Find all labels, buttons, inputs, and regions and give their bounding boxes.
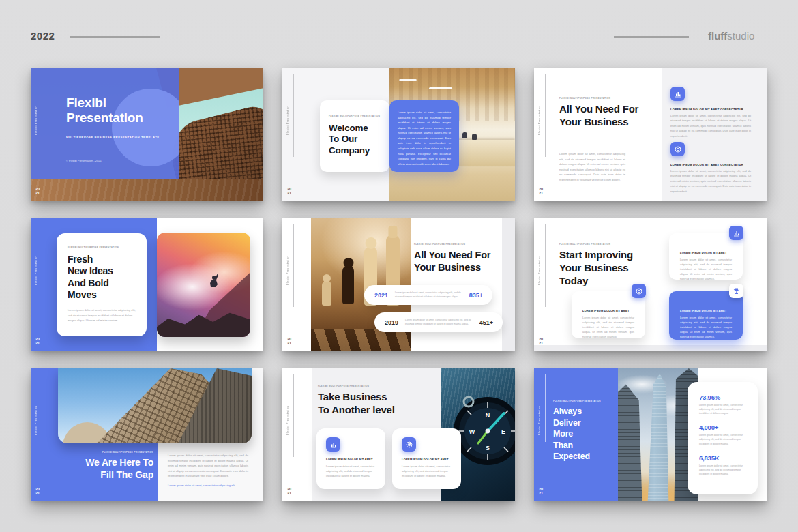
info-card: LOREM IPSUM DOLOR SIT AMET Lorem ipsum d… (316, 428, 385, 489)
year-label: 2022 (31, 30, 55, 42)
card-body: Lorem ipsum dolor sit amet, consectetur … (582, 315, 634, 339)
vertical-divider (545, 74, 546, 157)
chess-piece (322, 281, 331, 306)
slide-all-you-need[interactable]: FLEXIBI MULTIPURPOSE PRESENTATION All Yo… (534, 68, 767, 201)
vertical-label: Flexibi Presentation (537, 224, 541, 285)
chair (462, 132, 467, 138)
page-number: 20 21 (539, 187, 543, 196)
page-number: 20 21 (539, 487, 543, 496)
card-title: LOREM IPSUM DOLOR SIT AMET (680, 251, 732, 254)
slide-another-level[interactable]: NSWE FLEXIBI MULTIPURPOSE PRESENTATION T… (282, 368, 515, 501)
vertical-label: Flexibi Presentation (34, 374, 38, 435)
bar-chart-icon (729, 226, 743, 240)
stat-body: Lorem ipsum dolor sit amet, consectetur … (699, 433, 747, 445)
stats-card: 73.96% Lorem ipsum dolor sit amet, conse… (688, 382, 758, 494)
cover-blue-panel: Flexibi Presentation MULTIPURPOSE BUSINE… (31, 68, 179, 179)
stat-block: 4,000+ Lorem ipsum dolor sit amet, conse… (699, 424, 750, 445)
card-body: Lorem ipsum dolor sit amet, consectetur … (326, 464, 377, 479)
info-card: LOREM IPSUM DOLOR SIT AMET Lorem ipsum d… (572, 291, 645, 338)
stat-body: Lorem ipsum dolor sit amet, consectetur … (699, 464, 747, 476)
stat-block: 6,835K Lorem ipsum dolor sit amet, conse… (699, 454, 750, 476)
link-text[interactable]: Lorem ipsum dolor sit amet, consectetur … (168, 484, 235, 487)
stat-pill-2021: 2021 Lorem ipsum dolor sit amet, consect… (364, 285, 492, 305)
sunset-mountain-photo (157, 233, 250, 337)
card-body: Lorem ipsum dolor sit amet, consectetur … (680, 257, 732, 281)
chair (472, 134, 477, 140)
eyebrow-label: FLEXIBI MULTIPURPOSE PRESENTATION (559, 97, 610, 100)
stat-value: 451+ (479, 319, 493, 326)
slide-fresh-ideas[interactable]: FLEXIBI MULTIPURPOSE PRESENTATION Fresh … (31, 218, 263, 351)
stat-value: 6,835K (699, 454, 750, 462)
cover-wood-strip (31, 179, 263, 201)
vertical-label: Flexibi Presentation (537, 374, 541, 435)
vertical-label: Flexibi Presentation (286, 74, 289, 135)
stat-text: Lorem ipsum dolor sit amet, consectetur … (395, 291, 462, 299)
card-title: LOREM IPSUM DOLOR SIT AMET (680, 309, 732, 312)
page-number: 20 21 (35, 487, 40, 496)
trophy-icon (729, 284, 743, 298)
brand-logo: fluffstudio (708, 30, 754, 42)
vertical-label: Flexibi Presentation (34, 74, 38, 135)
eyebrow-label: FLEXIBI MULTIPURPOSE PRESENTATION (318, 385, 369, 387)
body-text: Lorem ipsum dolor sit amet, consectetur … (559, 151, 625, 182)
brand-bold: fluff (708, 30, 727, 42)
slide-title: Fresh New Ideas And Bold Moves (68, 254, 136, 301)
svg-text:N: N (486, 412, 490, 419)
stat-value: 73.96% (699, 394, 750, 401)
feature-title: LOREM IPSUM DOLOR SIT AMET CONSECTETUR (670, 163, 743, 166)
stat-value: 4,000+ (699, 424, 750, 431)
eyebrow-label: FLEXIBI MULTIPURPOSE PRESENTATION (70, 451, 153, 454)
vertical-label: Flexibi Presentation (286, 374, 289, 435)
feature-title: LOREM IPSUM DOLOR SIT AMET CONSECTETUR (670, 108, 743, 111)
slide-start-improving[interactable]: FLEXIBI MULTIPURPOSE PRESENTATION Start … (534, 218, 767, 351)
vertical-divider (545, 224, 546, 307)
reception-desk (457, 140, 515, 166)
slide-title: All You Need For Your Business (414, 249, 490, 274)
slide-always-deliver[interactable]: FLEXIBI MULTIPURPOSE PRESENTATION Always… (534, 368, 767, 501)
vertical-divider (545, 374, 546, 442)
eyebrow-label: FLEXIBI MULTIPURPOSE PRESENTATION (329, 115, 383, 117)
svg-text:E: E (501, 428, 505, 435)
info-card: LOREM IPSUM DOLOR SIT AMET Lorem ipsum d… (669, 233, 743, 280)
chess-piece (342, 266, 354, 304)
stat-pill-2019: 2019 Lorem ipsum dolor sit amet, consect… (374, 312, 503, 332)
slide-title: Always Deliver More Than Expected (553, 406, 590, 462)
target-icon (670, 142, 685, 156)
eyebrow-label: FLEXIBI MULTIPURPOSE PRESENTATION (553, 400, 601, 402)
card-title: LOREM IPSUM DOLOR SIT AMET (582, 309, 634, 312)
page-number: 20 21 (539, 337, 543, 346)
stat-year: 2021 (374, 292, 388, 299)
vertical-label: Flexibi Presentation (286, 224, 289, 285)
stat-text: Lorem ipsum dolor sit amet, consectetur … (405, 319, 473, 327)
skyscraper-photo (618, 368, 698, 501)
brand-light: studio (727, 30, 754, 42)
slide-title: Welcome To Our Company (329, 123, 383, 156)
slide-welcome[interactable]: FLEXIBI MULTIPURPOSE PRESENTATION Welcom… (282, 68, 515, 201)
slide-title: Start Improving Your Business Today (559, 249, 633, 287)
info-card: LOREM IPSUM DOLOR SIT AMET Lorem ipsum d… (392, 428, 461, 489)
vertical-divider (42, 374, 42, 457)
vertical-divider (293, 374, 294, 457)
body-panel: Lorem ipsum dolor sit amet, consectetur … (389, 100, 459, 172)
slide-chess-stats[interactable]: FLEXIBI MULTIPURPOSE PRESENTATION All Yo… (282, 218, 515, 351)
ceiling-light (429, 87, 452, 89)
slide-fill-the-gap[interactable]: FLEXIBI MULTIPURPOSE PRESENTATION We Are… (31, 368, 263, 501)
page-number: 20 21 (35, 337, 40, 346)
vertical-divider (293, 224, 294, 307)
page-number: 20 21 (35, 187, 40, 196)
page-number: 20 21 (287, 187, 291, 196)
body-text: Lorem ipsum dolor sit amet, consectetur … (68, 308, 136, 323)
stat-value: 835+ (469, 292, 483, 299)
slide-cover[interactable]: Flexibi Presentation MULTIPURPOSE BUSINE… (31, 68, 263, 201)
highlight-card: LOREM IPSUM DOLOR SIT AMET Lorem ipsum d… (669, 291, 743, 340)
building-photo (58, 368, 252, 443)
vertical-label: Flexibi Presentation (537, 74, 541, 135)
bar-chart-icon (326, 437, 340, 452)
header-divider-left (70, 36, 160, 38)
body-text: Lorem ipsum dolor sit amet, consectetur … (398, 110, 451, 166)
slide-grid: Flexibi Presentation MULTIPURPOSE BUSINE… (31, 68, 767, 501)
svg-text:W: W (469, 428, 475, 435)
feature-body: Lorem ipsum dolor sit amet, consectetur … (670, 113, 751, 138)
eyebrow-label: FLEXIBI MULTIPURPOSE PRESENTATION (68, 246, 136, 249)
ceiling-light (399, 79, 417, 81)
